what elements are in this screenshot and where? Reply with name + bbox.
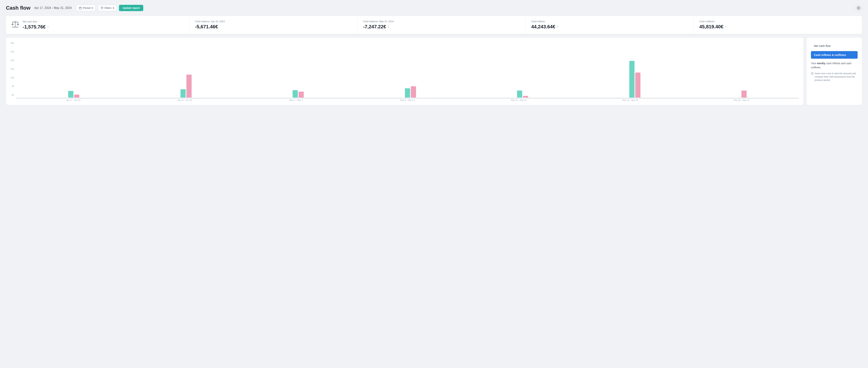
period-chevron: ▾ [92, 6, 93, 9]
y-label-20k: 20k [10, 59, 14, 62]
y-axis: 30k 25k 20k 15k 10k 5k 0k [10, 42, 14, 101]
svg-rect-0 [79, 7, 81, 9]
cash-balance-start-value: -5,671.46€ [195, 24, 352, 30]
bar-outflow-4[interactable] [523, 96, 528, 98]
x-label-5: May 22 – May 28 [575, 99, 686, 101]
bar-outflow-3[interactable] [411, 86, 416, 98]
cash-inflows-value: 44,243.64€ ↑ [531, 24, 689, 30]
bar-outflow-6[interactable] [741, 91, 747, 98]
cash-inflows-label: Cash inflows [531, 20, 689, 23]
globe-button[interactable] [855, 4, 862, 11]
x-labels: Apr 17 – Apr 23Apr 24 – Apr 30May 1 – Ma… [16, 98, 799, 101]
cash-balance-end-card: Cash balance: May 31, 2024 -7,247.22€ ↓ [358, 16, 526, 34]
summary-bar: Net cash flow -1,575.76€ ↑ Cash balance:… [6, 16, 862, 34]
bar-inflow-1[interactable] [181, 89, 186, 98]
legend-net-cash-flow[interactable]: Net cash flow [811, 42, 858, 49]
scale-icon [11, 20, 19, 30]
bar-inflow-4[interactable] [517, 91, 522, 98]
bar-group-1[interactable] [181, 75, 192, 98]
legend-hint: Hover over a bar to view the amounts and… [811, 72, 858, 82]
bar-group-3[interactable] [405, 86, 416, 98]
cash-outflows-trend-up: ↑ [725, 25, 726, 29]
update-report-button[interactable]: Update report [119, 5, 144, 11]
net-cash-flow-trend-up: ↑ [47, 25, 49, 29]
cash-outflows-card: Cash outflows 45,819.40€ ↑ [694, 16, 862, 34]
cash-balance-start-label: Cash balance: Apr 15, 2024 [195, 20, 352, 23]
globe-icon [857, 6, 860, 10]
cash-inflows-card: Cash inflows 44,243.64€ ↑ [526, 16, 694, 34]
y-label-15k: 15k [10, 68, 14, 70]
bar-outflow-5[interactable] [635, 73, 641, 98]
page-title: Cash flow [6, 5, 30, 11]
x-label-3: May 8 – May 14 [352, 99, 463, 101]
filter-icon [101, 7, 103, 9]
date-range: Apr 17, 2024 - May 31, 2024 [34, 6, 72, 10]
chart-section: 30k 25k 20k 15k 10k 5k 0k [6, 38, 862, 105]
net-cash-flow-label: Net cash flow [23, 20, 49, 23]
net-cash-flow-value: -1,575.76€ ↑ [23, 24, 49, 30]
bar-inflow-2[interactable] [292, 90, 298, 98]
svg-marker-4 [101, 7, 103, 9]
chart-inner: Apr 17 – Apr 23Apr 24 – Apr 30May 1 – Ma… [16, 98, 799, 101]
page-header: Cash flow Apr 17, 2024 - May 31, 2024 Pe… [6, 4, 862, 11]
legend-cash-inflows-outflows[interactable]: Cash inflows & outflows [811, 51, 858, 59]
bar-outflow-2[interactable] [299, 92, 304, 98]
x-label-6: May 29 – May 31 [686, 99, 797, 101]
header-actions: Period ▾ Filters ▾ Update report [76, 5, 143, 11]
cash-outflows-label: Cash outflows [700, 20, 857, 23]
bar-outflow-1[interactable] [186, 75, 192, 98]
bar-inflow-5[interactable] [629, 61, 634, 98]
bar-group-5[interactable] [629, 61, 641, 98]
cash-outflows-value: 45,819.40€ ↑ [700, 24, 857, 30]
bar-chart: 30k 25k 20k 15k 10k 5k 0k [10, 42, 799, 101]
cash-balance-end-value: -7,247.22€ ↓ [363, 24, 521, 30]
bar-inflow-0[interactable] [68, 91, 73, 98]
bar-group-4[interactable] [517, 91, 528, 98]
bar-outflow-0[interactable] [74, 95, 79, 98]
x-label-0: Apr 17 – Apr 23 [18, 99, 129, 101]
net-cash-flow-card: Net cash flow -1,575.76€ ↑ [6, 16, 190, 34]
period-button[interactable]: Period ▾ [76, 5, 95, 11]
chart-container: 30k 25k 20k 15k 10k 5k 0k [6, 38, 804, 105]
bar-inflow-3[interactable] [405, 88, 410, 98]
y-label-0k: 0k [10, 94, 14, 96]
x-label-2: May 1 – May 7 [240, 99, 352, 101]
y-label-30k: 30k [10, 42, 14, 44]
chart-legend-panel: Net cash flow Cash inflows & outflows Yo… [806, 38, 862, 105]
cash-balance-end-label: Cash balance: May 31, 2024 [363, 20, 521, 23]
y-label-25k: 25k [10, 51, 14, 53]
legend-description: Your weekly cash inflows and cash outflo… [811, 61, 858, 70]
calendar-icon [79, 7, 82, 9]
bar-group-2[interactable] [292, 90, 304, 98]
hint-globe-icon [811, 72, 813, 75]
cash-balance-start-card: Cash balance: Apr 15, 2024 -5,671.46€ [190, 16, 358, 34]
net-cash-flow-info: Net cash flow -1,575.76€ ↑ [23, 20, 49, 30]
filters-button[interactable]: Filters ▾ [98, 5, 117, 11]
y-label-5k: 5k [10, 85, 14, 88]
x-label-4: May 15 – May 21 [463, 99, 575, 101]
bar-group-6[interactable] [741, 91, 747, 98]
x-label-1: Apr 24 – Apr 30 [129, 99, 240, 101]
bar-group-0[interactable] [68, 91, 79, 98]
y-label-10k: 10k [10, 77, 14, 79]
cash-inflows-trend-up: ↑ [557, 25, 559, 29]
filters-chevron: ▾ [113, 6, 114, 9]
cash-balance-end-trend-down: ↓ [388, 25, 389, 29]
